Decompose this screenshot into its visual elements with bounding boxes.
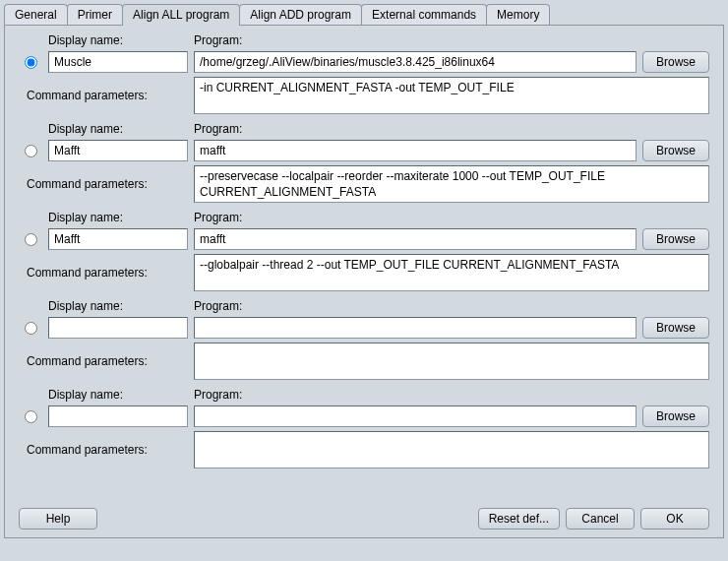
browse-button[interactable]: Browse bbox=[642, 405, 709, 427]
program-path-input[interactable] bbox=[194, 405, 637, 427]
display-name-label: Display name: bbox=[48, 299, 188, 313]
tab-align-add-program[interactable]: Align ADD program bbox=[239, 4, 362, 25]
tab-general[interactable]: General bbox=[4, 4, 68, 25]
aligner-entry: Display name:Program:BrowseCommand param… bbox=[19, 122, 709, 203]
browse-button[interactable]: Browse bbox=[642, 140, 709, 161]
command-params-input[interactable] bbox=[194, 254, 709, 291]
display-name-input[interactable] bbox=[48, 140, 188, 161]
reset-defaults-button[interactable]: Reset def... bbox=[478, 508, 560, 530]
tab-external-commands[interactable]: External commands bbox=[361, 4, 487, 25]
display-name-label: Display name: bbox=[48, 122, 188, 136]
command-params-label: Command parameters: bbox=[19, 177, 188, 191]
help-button[interactable]: Help bbox=[19, 508, 97, 530]
aligner-select-radio[interactable] bbox=[25, 410, 37, 423]
program-label: Program: bbox=[194, 299, 637, 313]
program-label: Program: bbox=[194, 122, 637, 136]
ok-button[interactable]: OK bbox=[640, 508, 709, 530]
browse-button[interactable]: Browse bbox=[642, 228, 709, 250]
display-name-label: Display name: bbox=[48, 33, 188, 47]
command-params-input[interactable] bbox=[194, 165, 709, 203]
display-name-input[interactable] bbox=[48, 228, 188, 250]
aligner-entry: Display name:Program:BrowseCommand param… bbox=[19, 388, 709, 468]
command-params-input[interactable] bbox=[194, 77, 709, 114]
tab-align-all-program[interactable]: Align ALL program bbox=[122, 4, 240, 26]
aligner-select-radio[interactable] bbox=[25, 322, 37, 335]
command-params-input[interactable] bbox=[194, 343, 709, 380]
program-label: Program: bbox=[194, 211, 637, 224]
browse-button[interactable]: Browse bbox=[642, 317, 709, 339]
program-path-input[interactable] bbox=[194, 317, 637, 339]
program-label: Program: bbox=[194, 388, 637, 402]
command-params-label: Command parameters: bbox=[19, 443, 188, 457]
aligner-entry: Display name:Program:BrowseCommand param… bbox=[19, 299, 709, 380]
program-label: Program: bbox=[194, 33, 637, 47]
program-path-input[interactable] bbox=[194, 140, 637, 161]
aligner-select-radio[interactable] bbox=[25, 233, 37, 246]
browse-button[interactable]: Browse bbox=[642, 51, 709, 73]
tab-primer[interactable]: Primer bbox=[67, 4, 123, 25]
display-name-input[interactable] bbox=[48, 405, 188, 427]
program-path-input[interactable] bbox=[194, 228, 637, 250]
aligner-entry: Display name:Program:BrowseCommand param… bbox=[19, 211, 709, 291]
command-params-label: Command parameters: bbox=[19, 354, 188, 368]
program-path-input[interactable] bbox=[194, 51, 637, 73]
aligner-select-radio[interactable] bbox=[25, 56, 37, 69]
display-name-label: Display name: bbox=[48, 388, 188, 402]
command-params-label: Command parameters: bbox=[19, 89, 188, 102]
display-name-input[interactable] bbox=[48, 317, 188, 339]
display-name-input[interactable] bbox=[48, 51, 188, 73]
cancel-button[interactable]: Cancel bbox=[566, 508, 635, 530]
command-params-input[interactable] bbox=[194, 431, 709, 468]
aligner-select-radio[interactable] bbox=[25, 145, 37, 157]
display-name-label: Display name: bbox=[48, 211, 188, 224]
tab-memory[interactable]: Memory bbox=[486, 4, 550, 25]
command-params-label: Command parameters: bbox=[19, 266, 188, 280]
aligner-entry: Display name:Program:BrowseCommand param… bbox=[19, 33, 709, 114]
